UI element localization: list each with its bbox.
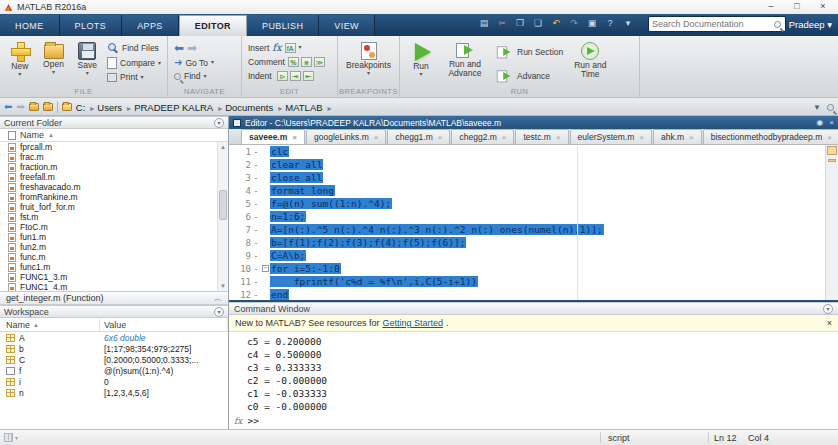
banner-close-icon[interactable]: × xyxy=(827,318,832,328)
forward-icon[interactable]: ➡ xyxy=(187,42,197,54)
tab-close-icon[interactable]: × xyxy=(639,133,644,142)
breadcrumb-segment[interactable]: PRADEEP KALRA xyxy=(134,102,222,113)
search-icon[interactable] xyxy=(774,21,781,28)
tab-close-icon[interactable]: × xyxy=(438,133,443,142)
file-list-item[interactable]: func1.m xyxy=(0,262,228,272)
qat-dropdown-icon[interactable]: ▾ xyxy=(622,18,634,28)
tab-close-icon[interactable]: × xyxy=(689,133,694,142)
file-list-item[interactable]: FUNC1_4.m xyxy=(0,282,228,291)
file-list-item[interactable]: fromRankine.m xyxy=(0,192,228,202)
current-folder-menu-icon[interactable]: ▾ xyxy=(214,118,224,128)
workspace-variable-row[interactable]: f @(n)sum((1:n).^4) xyxy=(0,365,228,376)
file-list-item[interactable]: freefall.m xyxy=(0,172,228,182)
minimize-button[interactable]: – xyxy=(758,0,784,13)
editor-tab[interactable]: googleLinks.m × xyxy=(306,129,386,144)
code-line[interactable]: 5 - − f=@(n) sum((1:n).^4); xyxy=(229,197,838,210)
file-list-scrollbar[interactable]: ▲ ▼ xyxy=(217,142,228,291)
new-button[interactable]: New▾ xyxy=(6,39,34,77)
user-menu[interactable]: Pradeep ▾ xyxy=(789,19,832,30)
run-and-advance-button[interactable]: Run and Advance xyxy=(442,39,488,78)
tab-close-icon[interactable]: × xyxy=(502,133,507,142)
back-arrow-icon[interactable]: ⬅ xyxy=(4,101,12,113)
editor-tab[interactable]: chegg2.m × xyxy=(451,129,514,144)
find-button[interactable]: Find▾ xyxy=(174,71,214,81)
editor-tab[interactable]: testc.m × xyxy=(515,129,568,144)
editor-tab[interactable]: saveee.m × xyxy=(241,129,305,144)
file-list-item[interactable]: FUNC1_3.m xyxy=(0,272,228,282)
scroll-up-icon[interactable]: ▲ xyxy=(218,144,228,150)
command-window-menu-icon[interactable]: ▾ xyxy=(823,304,833,314)
go-to-button[interactable]: ➜Go To▾ xyxy=(174,57,214,68)
help-icon[interactable]: ? xyxy=(604,18,616,28)
code-line[interactable]: 4 - − format long xyxy=(229,184,838,197)
command-prompt[interactable]: >> xyxy=(247,415,258,426)
insert-fx-icon[interactable]: fx xyxy=(272,42,281,53)
redo-icon[interactable]: ↷ xyxy=(568,18,580,28)
file-list-item[interactable]: fst.m xyxy=(0,212,228,222)
editor-tab[interactable]: chegg1.m × xyxy=(387,129,450,144)
scrollbar-thumb[interactable] xyxy=(219,190,227,220)
maximize-button[interactable]: □ xyxy=(784,0,810,13)
save-button[interactable]: Save▾ xyxy=(73,39,101,76)
file-details-bar[interactable]: get_integer.m (Function) ︿ xyxy=(0,291,228,305)
command-window-header[interactable]: Command Window ▾ xyxy=(229,302,838,315)
tab-close-icon[interactable]: × xyxy=(556,133,561,142)
compare-button[interactable]: Compare▾ xyxy=(107,57,161,69)
code-line[interactable]: 3 - − close all xyxy=(229,171,838,184)
code-line[interactable]: 6 - − n=1:6; xyxy=(229,210,838,223)
back-icon[interactable]: ⬅ xyxy=(174,42,184,54)
workspace-variable-row[interactable]: C [0.2000;0.5000;0.3333;... xyxy=(0,354,228,365)
find-files-button[interactable]: Find Files xyxy=(107,42,161,54)
ribbon-tab[interactable]: PLOTS xyxy=(60,15,123,36)
tab-close-icon[interactable]: × xyxy=(292,133,297,142)
command-window-output[interactable]: c5 = 0.200000c4 = 0.500000c3 = 0.333333c… xyxy=(229,332,838,427)
breadcrumb-segment[interactable]: Documents xyxy=(225,102,282,113)
editor-scrollbar[interactable] xyxy=(825,145,838,300)
workspace-value-column[interactable]: Value xyxy=(100,318,228,331)
message-indicator-icon[interactable] xyxy=(827,146,837,155)
close-button[interactable]: × xyxy=(810,0,836,13)
code-line[interactable]: 9 - − C=A\b; xyxy=(229,249,838,262)
workspace-menu-icon[interactable]: ▾ xyxy=(214,307,224,317)
details-collapse-icon[interactable]: ︿ xyxy=(214,293,222,304)
name-column-header[interactable]: Name ▲ xyxy=(0,129,228,142)
code-line[interactable]: 7 - − A=[n(:).^5 n(:).^4 n(:).^3 n(:).^2… xyxy=(229,223,838,236)
code-line[interactable]: 8 - − b=[f(1);f(2);f(3);f(4);f(5);f(6)]; xyxy=(229,236,838,249)
run-button[interactable]: Run ▾ xyxy=(406,39,436,77)
address-dropdown-icon[interactable]: ▼ xyxy=(813,103,821,112)
code-line[interactable]: 10 - − for i=5:-1:0 xyxy=(229,262,838,275)
ribbon-tab[interactable]: HOME xyxy=(0,15,60,36)
tab-close-icon[interactable]: × xyxy=(827,133,832,142)
smart-indent-icon[interactable]: ⊳ xyxy=(277,71,288,81)
file-list-item[interactable]: fun2.m xyxy=(0,242,228,252)
paste-icon[interactable]: ❏ xyxy=(532,18,544,28)
file-list-item[interactable]: fraction.m xyxy=(0,162,228,172)
ribbon-tab[interactable]: PUBLISH xyxy=(247,15,319,36)
code-line[interactable]: 1 - − clc xyxy=(229,145,838,158)
file-list-item[interactable]: fprcall.m xyxy=(0,142,228,152)
workspace-variable-row[interactable]: b [1;17;98;354;979;2275] xyxy=(0,343,228,354)
open-button[interactable]: Open▾ xyxy=(40,39,68,75)
search-documentation-box[interactable] xyxy=(648,16,786,32)
undo-icon[interactable]: ↶ xyxy=(550,18,562,28)
editor-tab[interactable]: bisectionmethodbypradeep.m × xyxy=(703,129,838,144)
fx-prompt-icon[interactable]: fx xyxy=(234,416,242,426)
print-button[interactable]: Print▾ xyxy=(107,72,161,82)
ribbon-tab[interactable]: VIEW xyxy=(319,15,375,36)
new-window-icon[interactable]: ▣ xyxy=(586,18,598,28)
file-list-item[interactable]: FtoC.m xyxy=(0,222,228,232)
breadcrumb-segment[interactable]: C: xyxy=(76,102,95,113)
save-icon[interactable]: ▤ xyxy=(478,18,490,28)
insert-button[interactable]: InsertfxfA▾ xyxy=(248,42,325,53)
breakpoints-button[interactable]: Breakpoints ▾ xyxy=(344,39,393,76)
warning-marker-icon[interactable] xyxy=(828,159,836,162)
workspace-variable-row[interactable]: i 0 xyxy=(0,376,228,387)
cut-icon[interactable]: ✂ xyxy=(496,18,508,28)
indent-left-icon[interactable]: ⇤ xyxy=(303,71,314,81)
code-line[interactable]: 2 - − clear all xyxy=(229,158,838,171)
code-editor[interactable]: 1 - − clc 2 - − clear all xyxy=(229,145,838,302)
forward-arrow-icon[interactable]: ➡ xyxy=(16,101,24,113)
file-list-item[interactable]: func.m xyxy=(0,252,228,262)
file-list-item[interactable]: fun1.m xyxy=(0,232,228,242)
comment-button[interactable]: Comment%⋇≫ xyxy=(248,57,325,67)
